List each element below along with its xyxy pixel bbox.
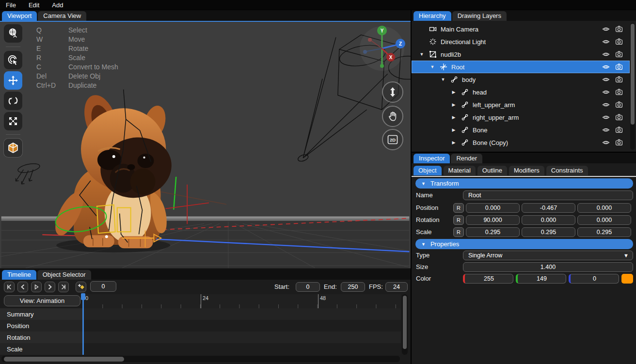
position-y-input[interactable]: -0.467 [522,203,575,213]
tab-camera-view[interactable]: Camera View [38,11,86,21]
hierarchy-scrollbar[interactable] [630,23,635,150]
menu-add[interactable]: Add [52,1,63,9]
add-mesh-button[interactable] [4,139,22,157]
color-r-input[interactable]: 255 [463,274,513,284]
type-dropdown[interactable]: Single Arrow ▼ [463,251,633,260]
track-row-scale[interactable]: Scale [0,343,82,355]
previous-frame-button[interactable] [17,282,28,292]
expander-icon[interactable]: ▼ [418,52,425,57]
track-bg[interactable] [82,332,401,343]
gizmo-y-label[interactable]: Y [381,28,384,33]
scale-z-input[interactable]: 0.295 [577,227,631,237]
menu-file[interactable]: File [6,1,16,9]
current-frame-input[interactable]: 0 [90,281,116,292]
transform-section-header[interactable]: ▼ Transform [415,178,633,189]
render-camera-icon[interactable] [615,101,623,109]
tree-item-body[interactable]: ▼ body [412,73,630,86]
tree-item-nudli2b[interactable]: ▼ nudli2b [412,48,630,61]
scale-x-input[interactable]: 0.295 [466,227,520,237]
rotation-z-input[interactable]: 0.000 [577,215,631,225]
color-g-input[interactable]: 149 [516,274,566,284]
timeline-horizontal-scrollbar[interactable] [1,356,400,362]
next-frame-button[interactable] [45,282,55,292]
go-to-start-button[interactable] [4,282,15,292]
expander-icon[interactable]: ▼ [429,64,436,69]
subtab-object[interactable]: Object [413,166,442,175]
playhead-line[interactable] [82,294,84,355]
visibility-eye-icon[interactable] [602,76,610,83]
name-input[interactable]: Root [463,190,633,200]
tree-item-bone-copy[interactable]: ▶ Bone (Copy) [412,136,630,149]
tab-render[interactable]: Render [451,154,482,163]
rotation-reset-button[interactable]: R [453,215,464,225]
play-button[interactable] [31,282,42,292]
expander-icon[interactable]: ▶ [450,140,457,145]
timeline-vertical-scrollbar[interactable] [402,294,408,355]
world-view-button[interactable] [4,24,22,43]
select-tool-button[interactable] [4,51,22,69]
visibility-eye-icon[interactable] [602,38,610,46]
visibility-eye-icon[interactable] [602,139,610,146]
add-keyframe-button[interactable] [76,282,86,292]
visibility-eye-icon[interactable] [602,25,610,33]
render-camera-icon[interactable] [615,25,623,33]
playhead-handle[interactable] [81,293,85,300]
rotation-y-input[interactable]: 0.000 [522,215,575,225]
tree-item-root[interactable]: ▼ Root [412,61,630,73]
expander-icon[interactable]: ▼ [440,77,446,82]
end-input[interactable]: 250 [341,282,365,292]
render-camera-icon[interactable] [615,38,623,46]
tree-item-directional-light[interactable]: Directional Light [412,35,630,48]
timeline-ruler[interactable]: 0 24 48 [82,294,401,308]
visibility-eye-icon[interactable] [602,113,610,121]
subtab-outline[interactable]: Outline [477,166,507,175]
expander-icon[interactable]: ▶ [450,102,457,107]
scale-y-input[interactable]: 0.295 [522,227,575,237]
properties-section-header[interactable]: ▼ Properties [415,239,633,249]
tab-timeline[interactable]: Timeline [2,270,36,280]
scale-reset-button[interactable]: R [453,227,464,237]
track-bg[interactable] [82,308,401,320]
view-animation-button[interactable]: View: Animation [4,295,80,306]
render-camera-icon[interactable] [615,76,623,83]
position-reset-button[interactable]: R [453,203,464,213]
gizmo-x-label[interactable]: X [389,55,393,60]
zoom-button[interactable] [382,81,403,103]
expander-icon[interactable]: ▶ [450,115,457,120]
tree-item-right-upper-arm[interactable]: ▶ right_upper_arm [412,111,630,124]
rotation-x-input[interactable]: 90.000 [466,215,520,225]
gizmo-z-label[interactable]: Z [399,41,402,47]
size-input[interactable]: 1.400 [463,262,633,272]
render-camera-icon[interactable] [615,139,623,146]
go-to-end-button[interactable] [58,282,69,292]
viewport-3d[interactable]: QSelect WMove ERotate RScale CConvert to… [0,22,411,268]
subtab-material[interactable]: Material [444,166,476,175]
expander-icon[interactable]: ▶ [450,90,457,95]
track-row-summary[interactable]: Summary [0,308,82,320]
render-camera-icon[interactable] [615,113,623,121]
render-camera-icon[interactable] [615,50,623,58]
tab-viewport[interactable]: Viewport [2,11,37,21]
visibility-eye-icon[interactable] [602,50,610,58]
subtab-constraints[interactable]: Constraints [546,166,588,175]
toggle-2d-button[interactable]: 2D [382,129,403,150]
tab-inspector[interactable]: Inspector [413,154,450,163]
track-row-position[interactable]: Position [0,320,82,332]
visibility-eye-icon[interactable] [602,63,610,71]
tab-object-selector[interactable]: Object Selector [37,270,91,280]
move-tool-button[interactable] [4,71,22,90]
visibility-eye-icon[interactable] [602,88,610,96]
render-camera-icon[interactable] [615,126,623,134]
menu-edit[interactable]: Edit [29,1,39,9]
position-z-input[interactable]: 0.000 [577,203,631,213]
track-row-rotation[interactable]: Rotation [0,332,82,343]
tree-item-bone[interactable]: ▶ Bone [412,124,630,136]
fps-input[interactable]: 24 [385,282,408,292]
expander-icon[interactable]: ▶ [450,127,457,132]
color-b-input[interactable]: 0 [569,274,619,284]
tree-item-head[interactable]: ▶ head [412,86,630,98]
rotate-tool-button[interactable] [4,92,22,110]
subtab-modifiers[interactable]: Modifiers [509,166,544,175]
visibility-eye-icon[interactable] [602,101,610,109]
tab-drawing-layers[interactable]: Drawing Layers [452,11,507,21]
